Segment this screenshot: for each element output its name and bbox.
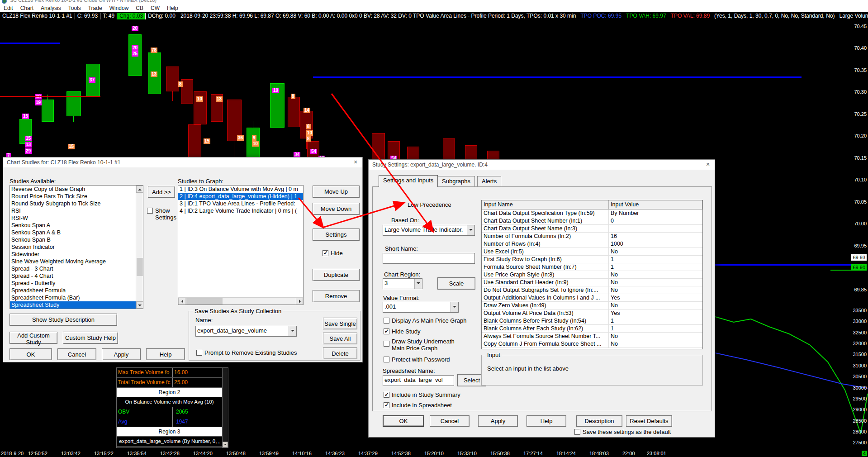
available-study-item[interactable]: Senkou Span B: [10, 236, 136, 243]
available-study-item[interactable]: Reverse Copy of Base Graph: [10, 186, 136, 193]
apply-button[interactable]: Apply: [102, 348, 141, 360]
graph-list-hscrollbar[interactable]: [178, 297, 303, 305]
scale-button[interactable]: Scale: [437, 277, 475, 290]
scroll-up-icon[interactable]: [136, 186, 143, 193]
chevron-down-icon[interactable]: [414, 279, 422, 289]
studies-available-list[interactable]: Reverse Copy of Base GraphRound Price Ba…: [9, 185, 143, 309]
delete-button[interactable]: Delete: [323, 348, 357, 359]
inputs-table[interactable]: Input Name Input Value Chart Data Output…: [481, 200, 703, 349]
available-study-item[interactable]: Spreadsheet Formula: [10, 287, 136, 294]
show-study-description-button[interactable]: Show Study Description: [9, 314, 117, 326]
duplicate-button[interactable]: Duplicate: [313, 269, 360, 281]
available-study-item[interactable]: Spreadsheet Formula (Bar): [10, 294, 136, 301]
values-panel-scrollbar[interactable]: [222, 368, 228, 447]
input-row[interactable]: Output Volume At Price Data (In:53)Yes: [482, 309, 702, 317]
collection-name-combo[interactable]: export_data_large_volume: [195, 326, 297, 337]
available-study-item[interactable]: Round Price Bars To Tick Size: [10, 193, 136, 200]
input-row[interactable]: Chart Data Output Sheet Number (In:1)0: [482, 217, 702, 225]
price-axis[interactable]: 70.4570.4070.3570.3070.2570.2070.1570.10…: [844, 0, 868, 450]
scrollbar-thumb[interactable]: [186, 298, 223, 305]
value-format-combo[interactable]: .001: [383, 302, 459, 313]
input-row[interactable]: Always Set Formula Source Sheet Number T…: [482, 333, 702, 340]
input-row[interactable]: Draw Zero Values (In:49)No: [482, 302, 702, 309]
description-button[interactable]: Description: [576, 415, 622, 427]
close-icon[interactable]: ×: [701, 160, 715, 170]
chevron-down-icon[interactable]: [451, 302, 458, 312]
custom-study-help-button[interactable]: Custom Study Help: [63, 332, 118, 344]
add-custom-study-button[interactable]: Add Custom Study: [9, 332, 57, 344]
protect-password-checkbox[interactable]: Protect with Password: [384, 356, 488, 363]
input-row[interactable]: Blank Columns Before First Study (In:54)…: [482, 317, 702, 325]
available-study-item[interactable]: Spread - 3 Chart: [10, 265, 136, 272]
available-study-item[interactable]: Spread - Butterfly: [10, 280, 136, 287]
tab-alerts[interactable]: Alerts: [477, 176, 501, 186]
show-settings-checkbox[interactable]: Show Settings: [147, 207, 181, 221]
scroll-down-icon[interactable]: [136, 301, 143, 309]
menu-cw[interactable]: CW: [147, 5, 163, 12]
available-study-item[interactable]: Spread - 4 Chart: [10, 272, 136, 280]
available-study-item[interactable]: RSI: [10, 207, 136, 214]
graph-study-item[interactable]: 4 | ID:2 Large Volume Trade Indicator | …: [178, 207, 303, 214]
menu-cb[interactable]: CB: [132, 5, 147, 12]
available-study-item[interactable]: Senkou Span A & B: [10, 229, 136, 236]
ok-button[interactable]: OK: [9, 348, 52, 360]
menu-trade[interactable]: Trade: [85, 5, 106, 12]
input-row[interactable]: Do Not Output Subgraphs Set To Ignore (I…: [482, 286, 702, 294]
short-name-input[interactable]: [383, 253, 475, 264]
input-row[interactable]: First Study Row to Graph (In:6)1: [482, 256, 702, 263]
graph-study-item[interactable]: 3 | ID:1 TPO Value Area Lines - Profile …: [178, 200, 303, 207]
move-up-button[interactable]: Move Up: [313, 186, 360, 198]
available-study-item[interactable]: Spreadsheet Study: [10, 301, 136, 309]
hide-checkbox[interactable]: Hide: [323, 250, 343, 257]
studies-to-graph-list[interactable]: 1 | ID:3 On Balance Volume with Mov Avg …: [178, 185, 304, 305]
graph-study-item[interactable]: 2 | ID:4 export_data_large_volume (Hidde…: [178, 193, 303, 200]
include-summary-checkbox[interactable]: Include in Study Summary: [384, 391, 492, 398]
menu-analysis[interactable]: Analysis: [37, 5, 65, 12]
input-row[interactable]: Number of Rows (In:4)1000: [482, 240, 702, 248]
menu-window[interactable]: Window: [106, 5, 133, 12]
available-study-item[interactable]: RSI-W: [10, 214, 136, 222]
input-row[interactable]: Blank Columns After Each Study (In:62)1: [482, 325, 702, 333]
input-row[interactable]: Chart Data Output Specification Type (In…: [482, 209, 702, 217]
time-axis[interactable]: 2018-9-20 12:50:5213:03:4213:15:2213:35:…: [0, 450, 868, 457]
tab-settings-and-inputs[interactable]: Settings and Inputs: [379, 175, 438, 187]
available-study-item[interactable]: Round Study Subgraph to Tick Size: [10, 200, 136, 207]
input-row[interactable]: Use Excel (In:5)No: [482, 248, 702, 256]
save-default-checkbox[interactable]: Save these settings as the default: [574, 428, 692, 435]
menu-chart[interactable]: Chart: [17, 5, 37, 12]
input-row[interactable]: Copy Column J From Formula Source Sheet …: [482, 340, 702, 348]
hide-study-checkbox[interactable]: Hide Study: [384, 328, 488, 335]
save-all-button[interactable]: Save All: [323, 333, 357, 344]
available-list-scrollbar[interactable]: [136, 186, 143, 309]
ok-button[interactable]: OK: [383, 415, 424, 427]
available-study-item[interactable]: Senkou Span A: [10, 222, 136, 229]
available-study-item[interactable]: Sidewinder: [10, 251, 136, 258]
chart-region-combo[interactable]: 3: [383, 278, 422, 289]
cancel-button[interactable]: Cancel: [430, 415, 470, 427]
help-button[interactable]: Help: [146, 348, 185, 360]
scroll-right-icon[interactable]: [296, 298, 303, 305]
input-row[interactable]: Chart Data Output Sheet Name (In:3): [482, 225, 702, 233]
scroll-down-icon[interactable]: [223, 442, 228, 447]
study-settings-dialog-title[interactable]: Study Settings: export_data_large_volume…: [369, 160, 715, 170]
available-study-item[interactable]: Sine Wave Weighted Moving Average: [10, 258, 136, 265]
settings-button[interactable]: Settings: [313, 228, 360, 241]
prompt-remove-checkbox[interactable]: Prompt to Remove Existing Studies: [196, 349, 314, 356]
graph-study-item[interactable]: 1 | ID:3 On Balance Volume with Mov Avg …: [178, 186, 303, 193]
cancel-button[interactable]: Cancel: [57, 348, 96, 360]
spreadsheet-name-input[interactable]: export_data_large_vol: [383, 375, 454, 386]
input-row[interactable]: Use Standard Chart Header (In:9)No: [482, 279, 702, 286]
input-row[interactable]: Formula Source Sheet Number (In:7)1: [482, 263, 702, 271]
reset-defaults-button[interactable]: Reset Defaults: [626, 415, 672, 427]
input-row[interactable]: Number of Formula Columns (In:2)16: [482, 233, 702, 240]
move-down-button[interactable]: Move Down: [313, 203, 360, 215]
chart-studies-dialog-title[interactable]: Chart Studies for: CLZ18 Flex Renko 10-1…: [3, 157, 362, 167]
based-on-combo[interactable]: Large Volume Trade Indicator.: [383, 225, 475, 236]
menu-help[interactable]: Help: [163, 5, 182, 12]
remove-button[interactable]: Remove: [313, 290, 360, 302]
include-spreadsheet-checkbox[interactable]: Include in Spreadsheet: [384, 402, 492, 409]
menu-tools[interactable]: Tools: [65, 5, 85, 12]
menu-edit[interactable]: Edit: [0, 5, 17, 12]
input-row[interactable]: Output Additional Values In Columns I an…: [482, 294, 702, 302]
display-as-main-checkbox[interactable]: Display As Main Price Graph: [384, 317, 488, 324]
